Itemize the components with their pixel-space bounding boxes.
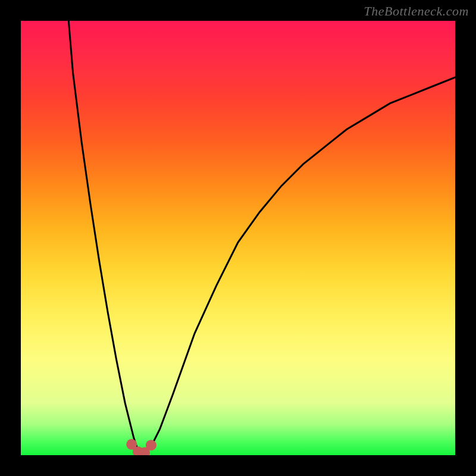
marker-dot [146,440,156,450]
marker-layer [21,21,455,455]
chart-frame: TheBottleneck.com [0,0,476,476]
watermark-text: TheBottleneck.com [364,4,469,19]
